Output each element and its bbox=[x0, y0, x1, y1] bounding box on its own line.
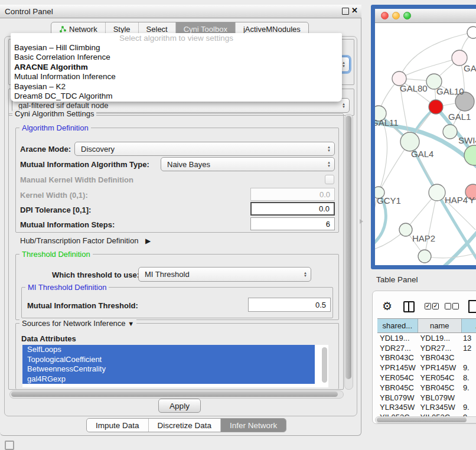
table-cell: YPR145W bbox=[418, 363, 462, 372]
network-canvas[interactable]: GALGAL80GAL10GAL1GAL11SWI4GAL4GCY1HAP4YH… bbox=[375, 23, 476, 265]
column-header-shared[interactable]: shared... bbox=[377, 319, 418, 332]
attribute-item-selfloops[interactable]: SelfLoops bbox=[22, 345, 315, 355]
algorithm-option-mutual-information-inference[interactable]: Mutual Information Inference bbox=[11, 72, 342, 81]
deselect-all-checkbox-icon bbox=[452, 303, 459, 309]
table-row[interactable]: YDL19...YDL19...13 bbox=[377, 333, 476, 343]
bottom-tab-bar: Impute DataDiscretize DataInfer Network bbox=[86, 418, 286, 432]
mi-algorithm-type-combo[interactable]: Naive Bayes ▲▼ bbox=[161, 157, 335, 171]
table-cell: 12 bbox=[462, 344, 476, 353]
bottom-tab-infer-network[interactable]: Infer Network bbox=[221, 419, 286, 432]
gear-icon[interactable]: ⚙ bbox=[382, 301, 392, 312]
zoom-traffic-light-icon[interactable] bbox=[403, 12, 411, 19]
node-label-gal4: GAL4 bbox=[411, 149, 433, 159]
table-cell: 9. bbox=[462, 383, 476, 392]
attributes-scrollbar-thumb[interactable] bbox=[322, 347, 327, 383]
document-icon[interactable] bbox=[468, 300, 476, 313]
table-row[interactable]: YBR043CYBR043C bbox=[377, 353, 476, 363]
table-horizontal-scrollbar-thumb[interactable] bbox=[377, 418, 467, 422]
mi-steps-value: 6 bbox=[326, 220, 330, 229]
attribute-item-betweennesscentrality[interactable]: BetweennessCentrality bbox=[22, 364, 315, 374]
table-cell: YBL079W bbox=[377, 393, 418, 402]
close-window-icon[interactable]: ✕ bbox=[351, 6, 358, 15]
tab-label: Select bbox=[146, 25, 168, 34]
combo-arrows-icon: ▲▼ bbox=[304, 271, 307, 278]
algorithm-option-dream8-dc-tdc-algorithm[interactable]: Dream8 DC_TDC Algorithm bbox=[11, 92, 342, 101]
node-label-hap4: HAP4 bbox=[445, 195, 468, 205]
bottom-tab-impute-data[interactable]: Impute Data bbox=[87, 419, 149, 432]
data-attributes-list[interactable]: SelfLoopsTopologicalCoefficientBetweenne… bbox=[22, 345, 328, 387]
screen: Control Panel ✕ NetworkStyleSelectCyni T… bbox=[0, 0, 476, 450]
network-node[interactable] bbox=[429, 100, 443, 114]
mi-algorithm-type-value: Naive Bayes bbox=[167, 160, 210, 169]
columns-icon[interactable] bbox=[403, 301, 415, 312]
table-cell: YBR043C bbox=[418, 353, 462, 362]
node-label-swi4: SWI4 bbox=[458, 135, 476, 145]
network-view-titlebar[interactable] bbox=[375, 9, 476, 23]
attribute-item-topologicalcoefficient[interactable]: TopologicalCoefficient bbox=[22, 355, 315, 365]
table-row[interactable]: YBL079WYBL079W bbox=[377, 393, 476, 403]
algorithm-option-bayesian-k2[interactable]: Bayesian – K2 bbox=[11, 82, 342, 92]
node-label-gal: GAL bbox=[464, 63, 476, 73]
mi-threshold-group-title: MI Threshold Definition bbox=[25, 283, 109, 292]
hub-section-toggle[interactable]: Hub/Transcription Factor Definition ▶ bbox=[20, 236, 151, 245]
column-header-a[interactable]: A bbox=[462, 319, 476, 332]
combo-arrows-icon: ▲▼ bbox=[327, 161, 331, 168]
expanded-arrow-icon: ▼ bbox=[128, 320, 134, 327]
algorithm-option-bayesian-hill-climbing[interactable]: Bayesian – Hill Climbing bbox=[11, 43, 342, 53]
manual-kernel-width-checkbox[interactable] bbox=[325, 175, 334, 184]
table-cell: 9. bbox=[462, 403, 476, 412]
select-all-checkbox-icon[interactable]: ✓ bbox=[425, 303, 431, 309]
network-graph-icon bbox=[59, 25, 66, 32]
network-node-swi4[interactable] bbox=[443, 125, 457, 139]
network-node[interactable] bbox=[418, 250, 431, 263]
apply-button[interactable]: Apply bbox=[158, 399, 201, 413]
sources-group-title[interactable]: Sources for Network Inference ▼ bbox=[19, 319, 136, 328]
floating-panel-icon[interactable] bbox=[5, 441, 14, 450]
aracne-mode-combo[interactable]: Discovery ▲▼ bbox=[74, 142, 335, 156]
dpi-tolerance-field[interactable]: 0.0 bbox=[250, 202, 335, 216]
table-cell: YBR045C bbox=[418, 383, 462, 392]
minimize-traffic-light-icon[interactable] bbox=[392, 12, 400, 19]
close-traffic-light-icon[interactable] bbox=[381, 12, 389, 19]
settings-horizontal-scrollbar-thumb[interactable] bbox=[11, 392, 338, 397]
deselect-all-checkbox-icon[interactable] bbox=[445, 303, 451, 309]
table-cell: YDR27... bbox=[377, 344, 418, 353]
which-threshold-combo[interactable]: MI Threshold ▲▼ bbox=[138, 267, 311, 282]
algorithm-definition-title: Algorithm Definition bbox=[19, 123, 91, 132]
mi-threshold-field[interactable]: 0.5 bbox=[248, 298, 331, 312]
bottom-tab-discretize-data[interactable]: Discretize Data bbox=[149, 419, 221, 432]
table-row[interactable]: YBR045CYBR045C9. bbox=[377, 383, 476, 393]
settings-vertical-scrollbar-thumb[interactable] bbox=[345, 116, 351, 379]
mi-steps-field[interactable]: 6 bbox=[250, 217, 335, 230]
network-node[interactable] bbox=[467, 27, 476, 38]
table-row[interactable]: YPR145WYPR145W9. bbox=[377, 363, 476, 373]
column-header-name[interactable]: name bbox=[418, 319, 462, 332]
network-node-hap2[interactable] bbox=[399, 223, 412, 236]
node-label-gal10: GAL10 bbox=[436, 86, 464, 96]
data-attributes-label: Data Attributes bbox=[21, 334, 76, 343]
control-panel-titlebar bbox=[0, 5, 361, 18]
table-horizontal-scrollbar[interactable] bbox=[375, 416, 476, 423]
float-window-icon[interactable] bbox=[342, 8, 349, 15]
mi-threshold-value: 0.5 bbox=[315, 301, 326, 309]
sources-title-text: Sources for Network Inference bbox=[22, 319, 126, 328]
node-label-y: Y bbox=[469, 195, 475, 205]
aracne-mode-value: Discovery bbox=[81, 145, 115, 154]
table-row[interactable]: YLR345WYLR345W9. bbox=[377, 403, 476, 413]
network-node[interactable] bbox=[464, 145, 476, 165]
algorithm-option-basic-correlation-inference[interactable]: Basic Correlation Inference bbox=[11, 53, 342, 62]
table-cell: YER054C bbox=[418, 373, 462, 382]
network-node-hap4[interactable] bbox=[429, 184, 445, 201]
kernel-width-value: 0.0 bbox=[319, 190, 330, 199]
algorithm-option-aracne-algorithm[interactable]: ARACNE Algorithm bbox=[11, 63, 342, 72]
kernel-width-field[interactable]: 0.0 bbox=[250, 188, 335, 201]
table-row[interactable]: YER054CYER054C8. bbox=[377, 373, 476, 383]
combo-arrows-icon: ▲▼ bbox=[327, 146, 331, 152]
attribute-item-gal4rgexp[interactable]: gal4RGexp bbox=[22, 374, 315, 384]
table-cell: YBR045C bbox=[377, 383, 418, 392]
node-label-hap2: HAP2 bbox=[412, 233, 435, 243]
tab-label: Cyni Toolbox bbox=[184, 25, 227, 34]
tab-label: jActiveMNodules bbox=[243, 25, 301, 34]
tab-label: Network bbox=[69, 25, 97, 34]
table-row[interactable]: YDR27...YDR27...12 bbox=[377, 343, 476, 353]
